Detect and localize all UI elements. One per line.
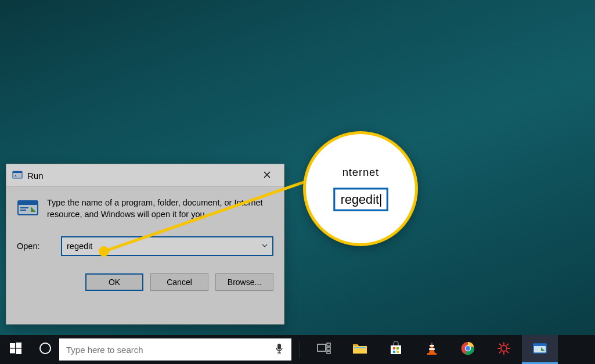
run-titlebar[interactable]: Run: [6, 164, 284, 187]
svg-rect-9: [10, 349, 15, 354]
svg-line-36: [500, 344, 501, 345]
callout-fragment-text: nternet: [333, 166, 388, 179]
svg-rect-20: [391, 345, 401, 354]
combobox-dropdown-button[interactable]: [257, 237, 272, 255]
svg-point-11: [40, 343, 51, 354]
browse-button[interactable]: Browse...: [215, 273, 273, 291]
open-combobox[interactable]: [61, 236, 273, 256]
svg-rect-15: [318, 344, 326, 351]
run-icon: [12, 170, 23, 182]
svg-rect-5: [20, 210, 26, 211]
taskbar-item-chrome[interactable]: [450, 335, 486, 364]
svg-rect-16: [327, 343, 330, 346]
taskbar-item-microsoft-store[interactable]: [378, 335, 414, 364]
taskbar-item-file-explorer[interactable]: [342, 335, 378, 364]
svg-rect-21: [393, 347, 395, 349]
svg-rect-23: [393, 351, 395, 353]
taskbar-search-input[interactable]: [65, 344, 273, 355]
svg-rect-41: [533, 344, 546, 346]
svg-rect-12: [277, 344, 281, 349]
svg-rect-10: [16, 349, 22, 355]
callout-magnifier: nternet regedit: [303, 131, 418, 246]
ok-button[interactable]: OK: [85, 273, 143, 291]
close-button[interactable]: [254, 167, 280, 184]
svg-rect-18: [327, 351, 330, 354]
folder-icon: [352, 342, 367, 357]
callout-input-value: regedit: [340, 192, 378, 207]
taskbar-item-vlc[interactable]: [414, 335, 450, 364]
microphone-button[interactable]: [273, 343, 286, 356]
chrome-icon: [461, 341, 475, 358]
cancel-button[interactable]: Cancel: [150, 273, 208, 291]
svg-rect-3: [18, 201, 38, 205]
svg-rect-7: [10, 343, 15, 348]
vlc-cone-icon: [425, 341, 438, 358]
svg-rect-22: [396, 347, 399, 349]
taskbar-divider: [300, 341, 300, 358]
svg-line-37: [507, 351, 508, 352]
run-app-taskbar-icon: [532, 342, 547, 357]
gear-red-icon: [497, 341, 511, 358]
windows-logo-icon: [10, 343, 21, 356]
callout-input-preview: regedit: [333, 188, 388, 211]
svg-rect-26: [429, 348, 435, 350]
store-icon: [389, 341, 403, 358]
cortana-button[interactable]: [31, 335, 59, 364]
svg-point-30: [466, 346, 470, 351]
run-dialog: Run Type the name of a program, folder, …: [6, 164, 284, 325]
microphone-icon: [275, 343, 283, 356]
svg-rect-4: [20, 207, 28, 208]
cortana-circle-icon: [39, 342, 52, 357]
start-button[interactable]: [0, 335, 31, 364]
svg-rect-8: [16, 343, 22, 348]
taskbar: [0, 335, 595, 364]
svg-rect-24: [396, 351, 399, 353]
svg-point-31: [501, 345, 507, 351]
svg-rect-25: [430, 345, 434, 347]
close-icon: [263, 171, 271, 181]
svg-rect-19: [354, 347, 366, 348]
run-button-row: OK Cancel Browse...: [6, 262, 284, 301]
svg-line-38: [507, 344, 508, 345]
taskbar-item-run[interactable]: [522, 335, 558, 364]
svg-line-39: [500, 351, 501, 352]
svg-rect-1: [13, 171, 22, 173]
text-caret-icon: [380, 194, 381, 207]
taskbar-item-taskview[interactable]: [306, 335, 342, 364]
taskbar-item-gear-app[interactable]: [486, 335, 522, 364]
svg-rect-27: [427, 353, 437, 355]
taskbar-search-box[interactable]: [59, 338, 291, 361]
chevron-down-icon: [261, 241, 268, 251]
run-app-icon: [17, 197, 39, 219]
svg-rect-17: [327, 347, 330, 350]
taskview-icon: [317, 343, 331, 356]
open-input[interactable]: [62, 237, 257, 255]
run-description: Type the name of a program, folder, docu…: [47, 197, 273, 220]
open-label: Open:: [17, 242, 53, 251]
run-title: Run: [27, 171, 44, 181]
